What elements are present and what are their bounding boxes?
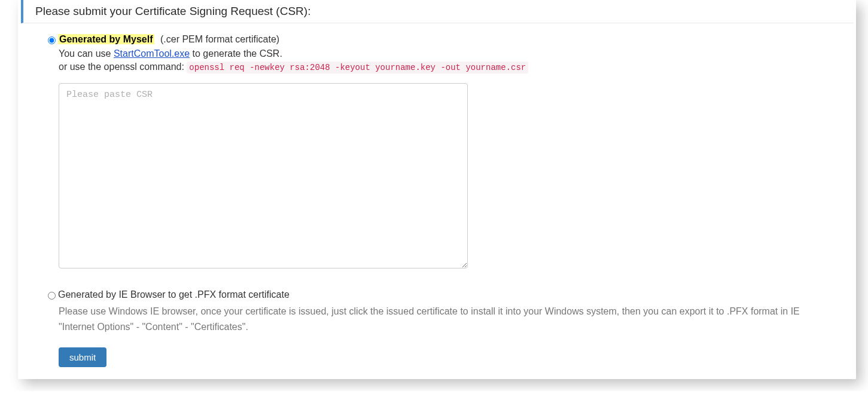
- option1-suffix: (.cer PEM format certificate): [160, 34, 279, 44]
- option2-label: Generated by IE Browser to get .PFX form…: [58, 289, 290, 300]
- startcomtool-link[interactable]: StartComTool.exe: [114, 48, 190, 59]
- submit-button[interactable]: submit: [59, 347, 106, 367]
- desc-prefix: You can use: [59, 48, 114, 59]
- csr-textarea-wrap: [59, 83, 832, 270]
- option-generated-ie: Generated by IE Browser to get .PFX form…: [59, 289, 832, 334]
- option2-desc: Please use Windows IE browser, once your…: [59, 304, 832, 334]
- cmd-prefix: or use the openssl command:: [59, 62, 187, 72]
- radio-generated-myself[interactable]: [48, 36, 56, 44]
- openssl-command: openssl req -newkey rsa:2048 -keyout you…: [187, 62, 528, 74]
- csr-textarea[interactable]: [59, 83, 468, 268]
- radio-generated-ie[interactable]: [48, 292, 56, 300]
- panel-content: Generated by Myself (.cer PEM format cer…: [18, 23, 856, 367]
- panel-header: Please submit your Certificate Signing R…: [21, 0, 853, 23]
- option-generated-myself: Generated by Myself (.cer PEM format cer…: [59, 34, 832, 46]
- option1-desc: You can use StartComTool.exe to generate…: [59, 48, 832, 59]
- option1-label-wrap: Generated by Myself (.cer PEM format cer…: [58, 34, 279, 45]
- openssl-line: or use the openssl command: openssl req …: [59, 62, 832, 72]
- csr-panel: Please submit your Certificate Signing R…: [18, 0, 856, 379]
- desc-suffix: to generate the CSR.: [190, 48, 282, 59]
- option1-label: Generated by Myself: [58, 34, 154, 44]
- panel-title: Please submit your Certificate Signing R…: [35, 5, 310, 17]
